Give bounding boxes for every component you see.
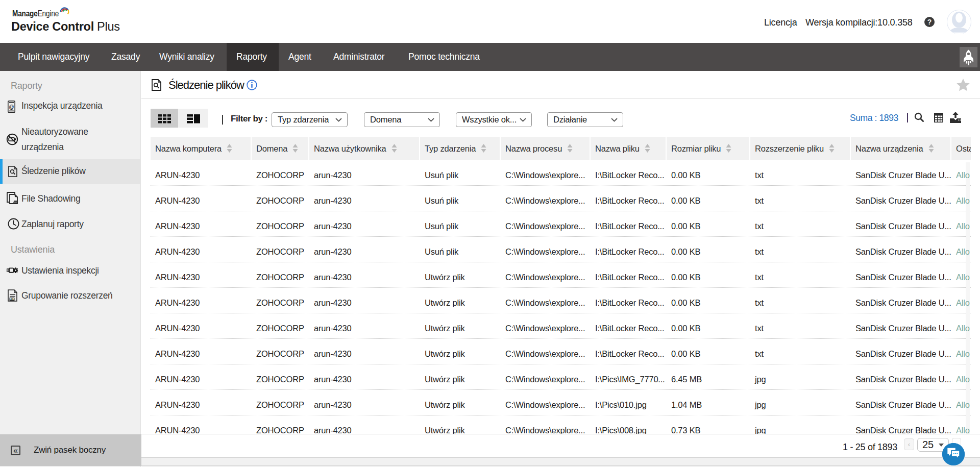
svg-text:@: @ <box>9 104 14 110</box>
svg-text:TXT: TXT <box>10 298 14 301</box>
